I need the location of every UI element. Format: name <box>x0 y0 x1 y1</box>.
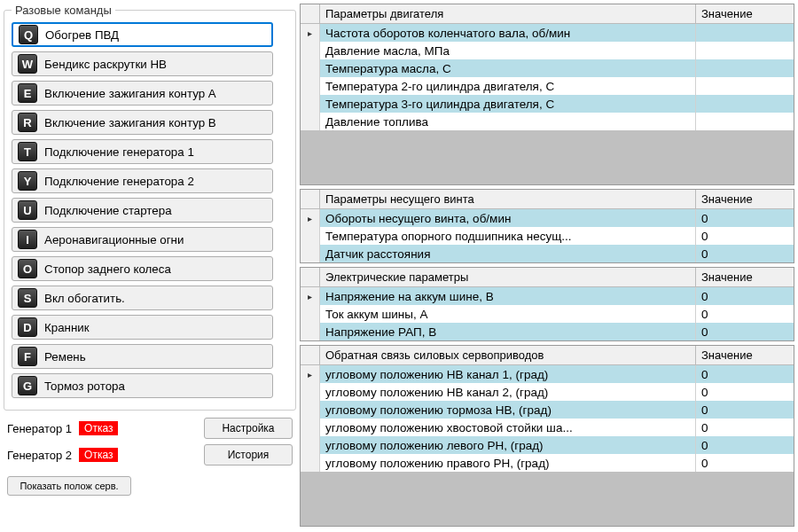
cell-value: 0 <box>696 419 794 436</box>
table-row[interactable]: Температура 3-го цилиндра двигателя, С <box>301 95 794 113</box>
cell-param: Датчик расстояния <box>320 245 696 262</box>
table-row[interactable]: угловому положению НВ канал 2, (град)0 <box>301 383 794 401</box>
command-button[interactable]: GТормоз ротора <box>12 373 273 398</box>
cell-param: Ток аккум шины, А <box>320 305 696 323</box>
table-row[interactable]: Давление масла, МПа <box>301 42 794 59</box>
cell-value: 0 <box>696 383 794 401</box>
keycap-icon: S <box>18 288 37 308</box>
cell-value <box>696 113 794 130</box>
command-button[interactable]: SВкл обогатить. <box>12 286 273 310</box>
table-row[interactable]: Ток аккум шины, А0 <box>301 305 794 323</box>
keycap-icon: F <box>18 347 37 366</box>
column-header[interactable]: Электрические параметры <box>320 268 696 286</box>
generator2-status: Отказ <box>79 448 118 462</box>
cell-param: Температура масла, С <box>320 59 696 77</box>
command-label: Ремень <box>44 350 86 364</box>
column-header[interactable]: Значение <box>696 346 794 364</box>
keycap-icon: E <box>18 83 37 103</box>
data-grid: Обратная связь силовых сервоприводовЗнач… <box>300 345 794 527</box>
column-header[interactable]: Значение <box>696 4 794 23</box>
row-marker <box>301 401 320 419</box>
grid-empty-area <box>301 472 794 526</box>
row-marker: ▸ <box>301 24 320 42</box>
table-row[interactable]: ▸Напряжение на аккум шине, В0 <box>301 287 794 305</box>
cell-param: Давление масла, МПа <box>320 42 696 59</box>
row-marker <box>301 383 320 401</box>
command-label: Стопор заднего колеса <box>44 262 171 276</box>
command-label: Включение зажигания контур А <box>44 87 216 100</box>
table-row[interactable]: Температура опорного подшипника несущ...… <box>301 227 794 245</box>
table-row[interactable]: Температура масла, С <box>301 59 794 77</box>
command-button[interactable]: OСтопор заднего колеса <box>12 256 273 281</box>
table-row[interactable]: Напряжение РАП, В0 <box>301 323 794 340</box>
keycap-icon: W <box>18 54 37 74</box>
cell-value: 0 <box>696 454 794 472</box>
grid-corner <box>301 4 320 23</box>
cell-param: угловому положению левого РН, (град) <box>320 436 696 454</box>
column-header[interactable]: Значение <box>696 190 794 208</box>
command-label: Подключение генератора 1 <box>44 145 194 159</box>
grid-header: Обратная связь силовых сервоприводовЗнач… <box>301 346 794 365</box>
keycap-icon: D <box>18 317 37 337</box>
table-row[interactable]: ▸Обороты несущего винта, об/мин0 <box>301 209 794 227</box>
cell-param: Напряжение РАП, В <box>320 323 696 340</box>
row-marker <box>301 305 320 323</box>
table-row[interactable]: угловому положению правого РН, (град)0 <box>301 454 794 472</box>
table-row[interactable]: Датчик расстояния0 <box>301 245 794 262</box>
table-row[interactable]: ▸Частота оборотов коленчатого вала, об/м… <box>301 24 794 42</box>
keycap-icon: O <box>18 259 37 278</box>
command-button[interactable]: FРемень <box>12 344 273 369</box>
row-marker <box>301 436 320 454</box>
command-button[interactable]: IАеронавигационные огни <box>12 227 273 252</box>
cell-param: угловому положению тормоза НВ, (град) <box>320 401 696 419</box>
commands-group: Разовые команды QОбогрев ПВДWБендикс рас… <box>4 4 296 411</box>
command-button[interactable]: QОбогрев ПВД <box>12 22 273 47</box>
cell-param: Обороты несущего винта, об/мин <box>320 209 696 227</box>
command-button[interactable]: RВключение зажигания контур В <box>12 110 273 135</box>
command-button[interactable]: YПодключение генератора 2 <box>12 168 273 193</box>
row-marker <box>301 95 320 113</box>
cell-value: 0 <box>696 209 794 227</box>
table-row[interactable]: Давление топлива <box>301 113 794 130</box>
cell-value: 0 <box>696 245 794 262</box>
generator1-label: Генератор 1 <box>7 422 72 435</box>
row-marker <box>301 419 320 436</box>
grid-body: ▸Частота оборотов коленчатого вала, об/м… <box>301 24 794 184</box>
row-marker <box>301 323 320 340</box>
cell-param: угловому положению НВ канал 1, (град) <box>320 365 696 383</box>
cell-value: 0 <box>696 227 794 245</box>
command-button[interactable]: DКранник <box>12 315 273 340</box>
table-row[interactable]: Температура 2-го цилиндра двигателя, С <box>301 77 794 95</box>
command-label: Тормоз ротора <box>44 379 125 393</box>
cell-value: 0 <box>696 323 794 340</box>
command-button[interactable]: UПодключение стартера <box>12 198 273 223</box>
row-marker <box>301 245 320 262</box>
row-marker: ▸ <box>301 209 320 227</box>
table-row[interactable]: угловому положению хвостовой стойки ша..… <box>301 419 794 436</box>
row-marker <box>301 59 320 77</box>
command-button[interactable]: EВключение зажигания контур А <box>12 81 273 106</box>
cell-param: угловому положению хвостовой стойки ша..… <box>320 419 696 436</box>
cell-value <box>696 24 794 42</box>
table-row[interactable]: угловому положению тормоза НВ, (град)0 <box>301 401 794 419</box>
command-label: Бендикс раскрутки НВ <box>44 58 167 71</box>
cell-param: Напряжение на аккум шине, В <box>320 287 696 305</box>
keycap-icon: Q <box>19 25 38 44</box>
grid-corner <box>301 190 320 208</box>
column-header[interactable]: Обратная связь силовых сервоприводов <box>320 346 696 364</box>
column-header[interactable]: Значение <box>696 268 794 286</box>
data-grid: Параметры двигателяЗначение▸Частота обор… <box>300 4 794 185</box>
grid-header: Параметры несущего винтаЗначение <box>301 190 794 209</box>
table-row[interactable]: угловому положению левого РН, (град)0 <box>301 436 794 454</box>
left-panel: Разовые команды QОбогрев ПВДWБендикс рас… <box>4 4 296 527</box>
cell-value: 0 <box>696 436 794 454</box>
table-row[interactable]: ▸угловому положению НВ канал 1, (град)0 <box>301 365 794 383</box>
column-header[interactable]: Параметры несущего винта <box>320 190 696 208</box>
show-servo-button[interactable]: Показать полож серв. <box>7 476 131 496</box>
column-header[interactable]: Параметры двигателя <box>320 4 696 23</box>
command-label: Вкл обогатить. <box>44 292 125 305</box>
settings-button[interactable]: Настройка <box>204 418 293 439</box>
command-button[interactable]: TПодключение генератора 1 <box>12 139 273 164</box>
command-button[interactable]: WБендикс раскрутки НВ <box>12 51 273 76</box>
history-button[interactable]: История <box>204 444 293 466</box>
